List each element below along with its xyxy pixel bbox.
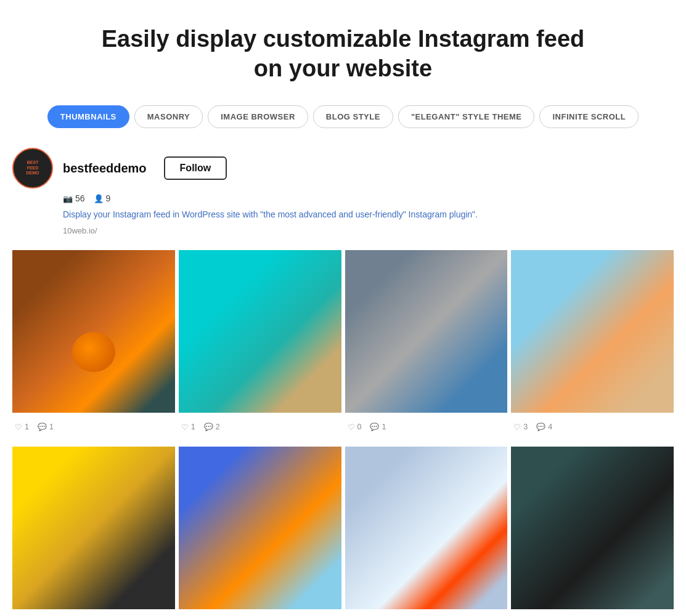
profile-stats: 📷 56 👤 9 — [63, 193, 674, 203]
image-grid-row2 — [12, 447, 674, 609]
profile-section: BESTFEEDDEMO bestfeeddemo Follow 📷 56 👤 … — [12, 148, 674, 235]
comment-icon: 💬 — [204, 423, 213, 431]
heart-icon: ♡ — [15, 423, 22, 432]
main-headline: Easily display customizable Instagram fe… — [12, 25, 674, 83]
comment-icon: 💬 — [536, 423, 545, 431]
like-count-0: ♡1 — [15, 423, 29, 432]
image-meta-2: ♡0💬1 — [345, 420, 508, 434]
tab-masonry[interactable]: MASONRY — [134, 105, 203, 128]
page-wrapper: Easily display customizable Instagram fe… — [0, 0, 686, 616]
avatar: BESTFEEDDEMO — [12, 148, 53, 188]
image-item-3[interactable] — [511, 447, 674, 609]
headline-line2: on your website — [254, 55, 432, 81]
follower-count: 👤 9 — [94, 193, 111, 203]
image-meta-0: ♡1💬1 — [12, 420, 175, 434]
image-item-1[interactable] — [179, 250, 341, 413]
heart-icon: ♡ — [348, 423, 355, 432]
comment-count-2: 💬1 — [370, 423, 386, 432]
photo-count: 📷 56 — [63, 193, 85, 203]
comment-count-3: 💬4 — [536, 423, 552, 432]
tab-thumbnails[interactable]: THUMBNAILS — [47, 105, 129, 128]
comment-count-0: 💬1 — [38, 423, 54, 432]
profile-username: bestfeeddemo — [63, 161, 147, 176]
image-meta-1: ♡1💬2 — [179, 420, 341, 434]
row1-meta: ♡1💬1♡1💬2♡0💬1♡3💬4 — [12, 420, 674, 434]
like-count-2: ♡0 — [348, 423, 362, 432]
comment-count-1: 💬2 — [204, 423, 220, 432]
image-meta-3: ♡3💬4 — [511, 420, 674, 434]
like-count-1: ♡1 — [181, 423, 195, 432]
camera-icon: 📷 — [63, 194, 73, 203]
image-item-1[interactable] — [179, 447, 341, 609]
image-item-0[interactable] — [12, 250, 175, 413]
tab-infinite-scroll[interactable]: INFINITE SCROLL — [539, 105, 639, 128]
person-icon: 👤 — [94, 194, 104, 203]
image-grid-row1 — [12, 250, 674, 413]
comment-icon: 💬 — [370, 423, 379, 431]
image-item-3[interactable] — [511, 250, 674, 413]
heart-icon: ♡ — [513, 423, 521, 432]
follow-button[interactable]: Follow — [164, 156, 227, 180]
tab-blog-style[interactable]: BLOG STYLE — [313, 105, 393, 128]
tab-image-browser[interactable]: IMAGE BROWSER — [208, 105, 308, 128]
tab-bar: THUMBNAILSMASONRYIMAGE BROWSERBLOG STYLE… — [12, 105, 674, 128]
image-item-2[interactable] — [345, 250, 508, 413]
like-count-3: ♡3 — [513, 423, 528, 432]
profile-bio: Display your Instagram feed in WordPress… — [63, 208, 674, 221]
profile-top: BESTFEEDDEMO bestfeeddemo Follow — [12, 148, 674, 188]
image-item-0[interactable] — [12, 447, 175, 609]
headline-line1: Easily display customizable Instagram fe… — [102, 26, 585, 52]
tab-elegant-style[interactable]: "ELEGANT" STYLE THEME — [398, 105, 535, 128]
heart-icon: ♡ — [181, 423, 189, 432]
comment-icon: 💬 — [38, 423, 47, 431]
profile-link: 10web.io/ — [63, 226, 674, 235]
image-item-2[interactable] — [345, 447, 508, 609]
